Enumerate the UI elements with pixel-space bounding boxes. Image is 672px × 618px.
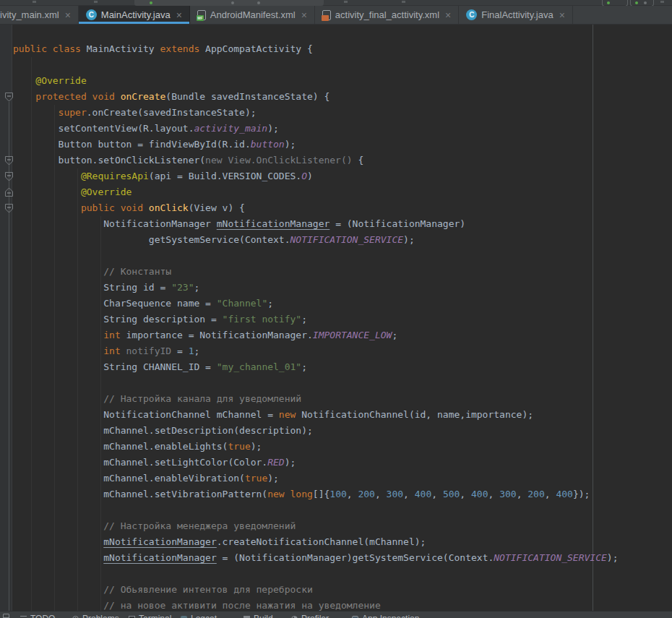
- code-line: @RequiresApi(api = Build.VERSION_CODES.O…: [13, 168, 619, 184]
- tab-ivity-main-xml[interactable]: ivity_main.xml×: [0, 6, 79, 24]
- tool-window-label: Problems: [82, 614, 119, 618]
- tool-window-label: Build: [254, 614, 273, 618]
- code-line: // Настройка канала для уведомлений: [13, 391, 619, 407]
- close-icon[interactable]: ×: [176, 10, 182, 20]
- window-icon: [3, 614, 9, 618]
- code-line: [13, 566, 619, 582]
- tool-window-label: Logcat: [191, 614, 217, 618]
- code-line: NotificationChannel mChannel = new Notif…: [13, 407, 619, 423]
- code-line: [13, 375, 619, 391]
- app-inspection-icon: [352, 616, 358, 618]
- code-editor[interactable]: public class MainActivity extends AppCom…: [0, 25, 672, 611]
- tab-finalacttivity-java[interactable]: CFinalActtivity.java×: [459, 6, 573, 24]
- tool-window-button-logcat[interactable]: Logcat: [181, 614, 217, 618]
- toolbar-icon[interactable]: [344, 1, 348, 3]
- problems-icon: !: [72, 616, 79, 618]
- tool-window-bar: TODO!ProblemsTerminalLogcatBuildProfiler…: [0, 611, 672, 618]
- tab-label: activity_final_acttivity.xml: [335, 9, 439, 20]
- tool-window-label: TODO: [30, 614, 55, 618]
- code-line: String CHANNEL_ID = "my_channel_01";: [13, 359, 619, 375]
- tool-window-button-todo[interactable]: TODO: [20, 614, 55, 618]
- tab-mainactivity-java[interactable]: CMainActivity.java×: [79, 6, 190, 24]
- tool-window-button-profiler[interactable]: Profiler: [291, 614, 329, 618]
- tool-window-button-build[interactable]: Build: [244, 614, 273, 618]
- code-line: public class MainActivity extends AppCom…: [13, 41, 619, 57]
- toolbar-icon[interactable]: [660, 1, 664, 3]
- close-icon[interactable]: ×: [301, 10, 307, 20]
- terminal-icon: [129, 616, 135, 618]
- tab-activity-final-acttivity-xml[interactable]: activity_final_acttivity.xml×: [315, 6, 459, 24]
- tool-window-button-problems[interactable]: !Problems: [72, 614, 119, 618]
- code-line: mNotificationManager = (NotificationMana…: [13, 550, 619, 566]
- tool-window-label: Profiler: [301, 614, 329, 618]
- layout-file-icon: [322, 10, 331, 20]
- code-text: public class MainActivity extends AppCom…: [13, 41, 619, 611]
- close-icon[interactable]: ×: [445, 10, 451, 20]
- tool-window-stripe-button[interactable]: [3, 614, 9, 618]
- code-line: super.onCreate(savedInstanceState);: [13, 105, 619, 121]
- toolbar-icon[interactable]: [94, 1, 98, 3]
- code-line: Button button = findViewById(R.id.button…: [13, 137, 619, 153]
- java-class-icon: C: [86, 9, 97, 20]
- tab-label: FinalActtivity.java: [481, 9, 553, 20]
- code-line: String id = "23";: [13, 280, 619, 296]
- code-line: // Настройка менеджера уведомлений: [13, 518, 619, 534]
- tool-window-label: App Inspection: [362, 614, 419, 618]
- code-line: // Обьявление интентов для переброски: [13, 582, 619, 598]
- code-line: mChannel.enableLights(true);: [13, 439, 619, 455]
- close-icon[interactable]: ×: [65, 10, 71, 20]
- code-line: [13, 502, 619, 518]
- code-line: // на новое активити после нажатия на ув…: [13, 598, 619, 611]
- code-line: NotificationManager mNotificationManager…: [13, 216, 619, 232]
- code-line: // Константы: [13, 264, 619, 280]
- tool-window-button-terminal[interactable]: Terminal: [129, 614, 171, 618]
- code-line: button.setOnClickListener(new View.OnCli…: [13, 153, 619, 168]
- run-configuration-combo[interactable]: [134, 0, 324, 6]
- java-class-icon: C: [466, 9, 477, 20]
- build-icon: [244, 616, 250, 618]
- code-line: [13, 248, 619, 264]
- code-line: [13, 57, 619, 73]
- tab-label: MainActivity.java: [101, 9, 171, 20]
- main-toolbar: [0, 0, 672, 6]
- code-line: int importance = NotificationManager.IMP…: [13, 327, 619, 343]
- code-line: public void onClick(View v) {: [13, 200, 619, 216]
- code-line: int notifyID = 1;: [13, 343, 619, 359]
- code-line: protected void onCreate(Bundle savedInst…: [13, 89, 619, 105]
- tool-window-button-app-inspection[interactable]: App Inspection: [352, 614, 419, 618]
- code-line: setContentView(R.layout.activity_main);: [13, 121, 619, 137]
- tab-label: AndroidManifest.xml: [210, 9, 296, 20]
- code-line: mNotificationManager.createNotificationC…: [13, 534, 619, 550]
- code-line: @Override: [13, 73, 619, 89]
- code-line: String description = "first notify";: [13, 312, 619, 327]
- code-line: mChannel.setDescription(description);: [13, 423, 619, 439]
- editor-tab-bar: ivity_main.xml×CMainActivity.java×MFAndr…: [0, 6, 672, 25]
- code-line: getSystemService(Context.NOTIFICATION_SE…: [13, 232, 619, 248]
- logcat-icon: [181, 616, 187, 618]
- tab-androidmanifest-xml[interactable]: MFAndroidManifest.xml×: [190, 6, 315, 24]
- profiler-icon: [291, 616, 298, 618]
- todo-icon: [20, 616, 27, 618]
- tab-label: ivity_main.xml: [0, 9, 59, 20]
- code-line: mChannel.setVibrationPattern(new long[]{…: [13, 486, 619, 502]
- toolbar-icon[interactable]: [33, 1, 36, 3]
- toolbar-icon[interactable]: [402, 1, 405, 3]
- manifest-file-icon: MF: [197, 10, 206, 20]
- code-line: mChannel.setLightColor(Color.RED);: [13, 455, 619, 471]
- code-line: mChannel.enableVibration(true);: [13, 471, 619, 486]
- close-icon[interactable]: ×: [559, 10, 565, 20]
- tool-window-label: Terminal: [139, 614, 171, 618]
- code-line: @Override: [13, 184, 619, 200]
- code-line: CharSequence name = "Channel";: [13, 296, 619, 312]
- editor-gutter[interactable]: [0, 25, 12, 611]
